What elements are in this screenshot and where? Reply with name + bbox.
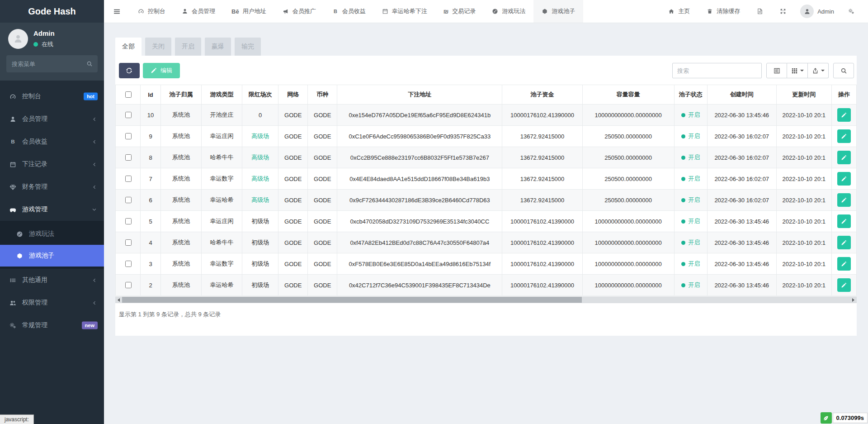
edit-row-button[interactable] [837, 236, 851, 249]
sidebar-item-label: 会员管理 [22, 115, 47, 123]
nav-tab-promotion[interactable]: 会员推广 [274, 0, 324, 23]
cell-game: 哈希牛牛 [202, 232, 242, 253]
sidebar-item-other-general[interactable]: 其他通用 [0, 269, 104, 291]
status-text: 开启 [688, 133, 700, 139]
table-search-input[interactable] [672, 63, 762, 78]
trace-widget[interactable]: 0.073099s [821, 412, 868, 424]
fullscreen-button[interactable] [777, 8, 789, 15]
sidebar-item-finance[interactable]: 财务管理 [0, 176, 104, 198]
cell-select [116, 147, 141, 168]
row-checkbox[interactable] [125, 282, 132, 288]
home-button[interactable]: 主页 [665, 7, 693, 16]
user-menu[interactable]: Admin [800, 5, 834, 18]
row-checkbox[interactable] [125, 239, 132, 246]
cell-status: 开启 [674, 232, 707, 253]
user-icon [182, 8, 188, 14]
sidebar-item-general-settings[interactable]: 常规管理 new [0, 314, 104, 337]
nav-tab-transactions[interactable]: ₪交易记录 [435, 0, 484, 23]
export-icon [812, 67, 819, 74]
row-checkbox[interactable] [125, 261, 132, 267]
edit-row-button[interactable] [837, 172, 851, 186]
cell-id: 3 [141, 253, 161, 275]
edit-row-button[interactable] [837, 214, 851, 228]
sidebar-item-console[interactable]: 控制台 hot [0, 85, 104, 108]
cell-actions [831, 147, 856, 168]
cell-status: 开启 [674, 126, 707, 147]
refresh-button[interactable] [119, 63, 140, 78]
cell-owner: 系统池 [161, 126, 202, 147]
edit-row-button[interactable] [837, 129, 851, 143]
search-button[interactable] [833, 63, 854, 78]
scrollbar-thumb[interactable] [122, 297, 582, 303]
row-checkbox[interactable] [125, 218, 132, 224]
clear-cache-button[interactable]: 清除缓存 [704, 7, 743, 16]
edit-row-button[interactable] [837, 151, 851, 164]
dashboard-icon [138, 8, 144, 14]
edit-row-button[interactable] [837, 108, 851, 122]
filter-tab-closed[interactable]: 关闭 [145, 38, 171, 56]
document-button[interactable] [754, 8, 766, 15]
sidebar-item-game-pools[interactable]: 游戏池子 [0, 245, 104, 267]
status-dot [681, 283, 685, 287]
nav-tab-user-address[interactable]: Bē用户地址 [223, 0, 274, 23]
nav-tab-label: 交易记录 [452, 7, 476, 15]
filter-tab-open[interactable]: 开启 [175, 38, 201, 56]
cell-coin: GODE [308, 253, 337, 275]
cell-coin: GODE [308, 232, 337, 253]
horizontal-scrollbar[interactable] [115, 296, 857, 303]
megaphone-icon [283, 8, 289, 14]
sidebar: Gode Hash Admin 在线 控制台 hot 会员管理 会员收益 [0, 0, 104, 424]
nav-tab-label: 会员收益 [342, 7, 366, 15]
cell-select [116, 190, 141, 211]
table-row: 6系统池幸运哈希高级场GODEGODE0x9cF726344430287186d… [116, 190, 857, 211]
col-id: Id [141, 85, 161, 105]
sidebar-item-bet-records[interactable]: 下注记录 [0, 153, 104, 176]
nav-tab-members[interactable]: 会员管理 [174, 0, 223, 23]
edit-row-button[interactable] [837, 278, 851, 292]
col-limit: 限红场次 [242, 85, 278, 105]
export-button[interactable] [808, 63, 829, 78]
columns-button[interactable] [787, 63, 808, 78]
user-profile[interactable]: Admin 在线 [6, 29, 98, 55]
nav-tab-member-earnings[interactable]: 会员收益 [324, 0, 374, 23]
edit-button[interactable]: 编辑 [143, 63, 180, 78]
filter-tab-lose-out[interactable]: 输完 [235, 38, 261, 56]
settings-button[interactable] [845, 8, 857, 15]
row-checkbox[interactable] [125, 112, 132, 118]
sidebar-item-game-play[interactable]: 游戏玩法 [0, 223, 104, 245]
list-icon [9, 277, 16, 284]
sidebar-item-members[interactable]: 会员管理 [0, 108, 104, 130]
sidebar-item-member-earnings[interactable]: 会员收益 [0, 130, 104, 153]
detail-view-button[interactable] [766, 63, 787, 78]
sidebar-item-game-management[interactable]: 游戏管理 [0, 198, 104, 221]
pencil-icon [841, 197, 847, 203]
refresh-icon [126, 67, 132, 74]
performance-icon[interactable] [821, 412, 832, 424]
scroll-left-arrow[interactable] [115, 296, 122, 303]
cell-select [116, 253, 141, 275]
nav-tab-game-play[interactable]: 游戏玩法 [484, 0, 533, 23]
scroll-right-arrow[interactable] [850, 296, 857, 303]
row-checkbox[interactable] [125, 197, 132, 203]
nav-tab-lucky-hash-bets[interactable]: 幸运哈希下注 [374, 0, 435, 23]
nav-tab-console[interactable]: 控制台 [130, 0, 174, 23]
cell-address: 0x4E4E84daed8AA1e515ddD18667f08Be34Ba619… [337, 168, 502, 190]
select-all-checkbox[interactable] [125, 91, 132, 98]
edit-row-button[interactable] [837, 257, 851, 271]
row-checkbox[interactable] [125, 176, 132, 182]
menu-search-input[interactable] [6, 55, 98, 72]
row-checkbox[interactable] [125, 154, 132, 161]
chevron-left-icon [92, 278, 97, 283]
cell-select [116, 211, 141, 232]
edit-row-button[interactable] [837, 193, 851, 207]
trash-icon [707, 8, 713, 14]
cell-updated: 2022-10-10 20:1 [776, 275, 831, 296]
grid-icon [791, 67, 798, 74]
sidebar-toggle-button[interactable] [104, 0, 130, 23]
filter-tab-win-burst[interactable]: 赢爆 [205, 38, 231, 56]
cell-created: 2022-06-30 13:45:46 [707, 232, 776, 253]
sidebar-item-permissions[interactable]: 权限管理 [0, 291, 104, 314]
filter-tab-all[interactable]: 全部 [115, 38, 142, 56]
nav-tab-game-pools[interactable]: 游戏池子 [533, 0, 583, 23]
row-checkbox[interactable] [125, 133, 132, 139]
